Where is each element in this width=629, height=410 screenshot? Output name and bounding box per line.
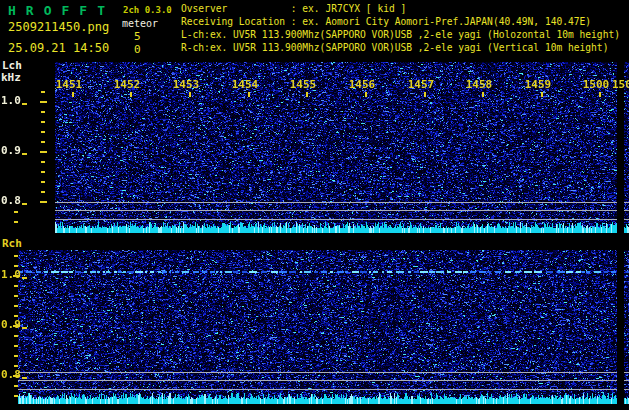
freq-major-tick (22, 327, 27, 329)
freq-major-tick (22, 103, 27, 105)
time-tick (424, 92, 426, 97)
freq-major-tick (22, 277, 27, 279)
freq-major-tick (40, 151, 47, 153)
time-label: 1457 (408, 78, 435, 91)
header-location-line: Receiving Location : ex. Aomori City Aom… (181, 16, 591, 27)
freq-minor-tick (41, 131, 45, 133)
time-label: 1500 (583, 78, 610, 91)
app-version-label: 2ch 0.3.0 (123, 5, 172, 15)
time-label: 1451 (56, 78, 83, 91)
freq-major-tick (40, 101, 47, 103)
time-label: 1454 (232, 78, 259, 91)
freq-label: 0.8 (1, 194, 21, 207)
time-tick (130, 92, 132, 97)
freq-minor-tick (14, 305, 18, 307)
time-label: 1456 (349, 78, 376, 91)
freq-minor-tick (14, 295, 18, 297)
time-tick (599, 92, 601, 97)
time-tick (365, 92, 367, 97)
rch-spectrogram-canvas (18, 250, 629, 404)
time-label: 1453 (173, 78, 200, 91)
time-tick (248, 92, 250, 97)
freq-label: 1.0 (1, 94, 21, 107)
header-lch-rig-line: L-ch:ex. UV5R 113.900Mhz(SAPPORO VOR)USB… (181, 29, 620, 40)
freq-major-tick (22, 203, 27, 205)
freq-minor-tick (41, 111, 45, 113)
hrofft-window: HROFFT 2ch 0.3.0 2509211450.png meteor 5… (0, 0, 629, 410)
freq-major-tick (13, 375, 20, 377)
freq-minor-tick (14, 255, 18, 257)
freq-minor-tick (41, 121, 45, 123)
meteor-count-upper: 5 (134, 30, 141, 43)
meteor-mode-label: meteor (122, 18, 158, 29)
freq-minor-tick (41, 171, 45, 173)
time-label: 1458 (466, 78, 493, 91)
time-label: 1455 (290, 78, 317, 91)
time-label-partial: 1501 (612, 78, 629, 91)
time-label: 1452 (114, 78, 141, 91)
freq-minor-tick (14, 285, 18, 287)
freq-minor-tick (14, 355, 18, 357)
freq-minor-tick (14, 395, 18, 397)
output-filename: 2509211450.png (8, 20, 109, 34)
meteor-count-lower: 0 (134, 43, 141, 56)
freq-minor-tick (14, 211, 18, 213)
time-tick (189, 92, 191, 97)
freq-minor-tick (14, 365, 18, 367)
freq-minor-tick (41, 91, 45, 93)
freq-unit-label: kHz (1, 71, 21, 84)
freq-major-tick (22, 377, 27, 379)
freq-major-tick (22, 153, 27, 155)
rch-panel-label: Rch (2, 237, 22, 250)
freq-minor-tick (41, 191, 45, 193)
freq-minor-tick (14, 221, 18, 223)
freq-label: 0.9 (1, 144, 21, 157)
freq-minor-tick (14, 335, 18, 337)
freq-minor-tick (14, 385, 18, 387)
time-tick (306, 92, 308, 97)
time-tick (541, 92, 543, 97)
time-label: 1459 (525, 78, 552, 91)
header-observer-line: Ovserver : ex. JR7CYX [ kid ] (181, 3, 406, 14)
freq-minor-tick (41, 161, 45, 163)
app-title: HROFFT (8, 3, 115, 18)
freq-minor-tick (41, 181, 45, 183)
header-rch-rig-line: R-ch:ex. UV5R 113.900Mhz(SAPPORO VOR)USB… (181, 42, 608, 53)
freq-major-tick (13, 325, 20, 327)
freq-minor-tick (41, 141, 45, 143)
time-tick (482, 92, 484, 97)
freq-minor-tick (14, 315, 18, 317)
time-tick (72, 92, 74, 97)
freq-major-tick (40, 201, 47, 203)
freq-major-tick (13, 275, 20, 277)
freq-minor-tick (14, 345, 18, 347)
freq-minor-tick (14, 265, 18, 267)
datetime-label: 25.09.21 14:50 (8, 41, 109, 55)
